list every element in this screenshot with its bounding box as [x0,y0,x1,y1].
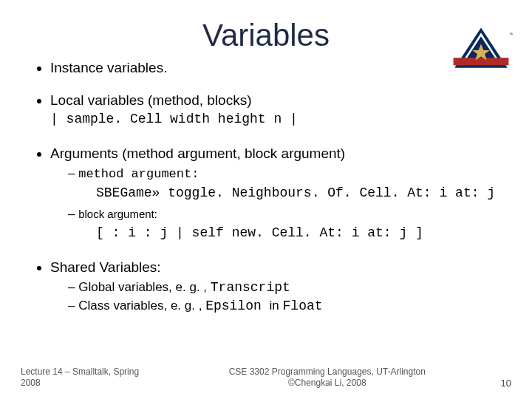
text: Class variables, e. g. , [78,299,205,313]
text: Arguments (method argument, block argume… [50,146,345,161]
text: block argument: [78,208,157,220]
code-epsilon: Epsilon [205,299,269,313]
code-transcript: Transcript [211,280,290,295]
page-title: Variables [21,18,511,53]
sub-class: Class variables, e. g. , Epsilon in Floa… [68,298,511,315]
text: Instance variables. [50,60,167,75]
footer-left: Lecture 14 – Smalltalk, Spring 2008 [21,366,154,389]
sub-list-shared: Global variables, e. g. , Transcript Cla… [50,279,511,314]
logo: ™ [449,25,513,75]
text: Local variables (method, blocks) [50,92,251,108]
text: method argument: [78,167,199,181]
bullet-list: Instance variables. Local variables (met… [21,59,511,314]
sub-list-args: method argument: [50,166,511,182]
footer: Lecture 14 – Smalltalk, Spring 2008 CSE … [0,366,532,389]
page-number: 10 [501,378,511,389]
code-block-arg: [ : i : j | self new. Cell. At: i at: j … [50,225,511,242]
svg-text:™: ™ [508,32,513,37]
sub-block-arg: block argument: [68,206,511,222]
code-method-arg: SBEGame» toggle. Neighbours. Of. Cell. A… [50,185,511,202]
slide: Variables ™ Instance variables. Local va… [0,0,532,399]
text-in: in [270,299,283,313]
code-float: Float [283,299,323,313]
footer-center: CSE 3302 Programming Languages, UT-Arlin… [229,366,426,389]
bullet-shared: Shared Variables: Global variables, e. g… [50,259,511,314]
code-local: | sample. Cell width height n | [50,112,298,126]
svg-rect-1 [454,58,509,65]
bullet-local: Local variables (method, blocks) | sampl… [50,92,511,127]
bullet-instance: Instance variables. [50,59,511,77]
sub-list-args2: block argument: [50,206,511,222]
text: Global variables, e. g. , [78,280,211,294]
sub-global: Global variables, e. g. , Transcript [68,279,511,296]
bullet-arguments: Arguments (method argument, block argume… [50,145,511,241]
footer-center-1: CSE 3302 Programming Languages, UT-Arlin… [229,366,426,377]
text: Shared Variables: [50,259,161,275]
sub-method-arg: method argument: [68,166,511,182]
footer-center-2: ©Chengkai Li, 2008 [288,378,366,388]
